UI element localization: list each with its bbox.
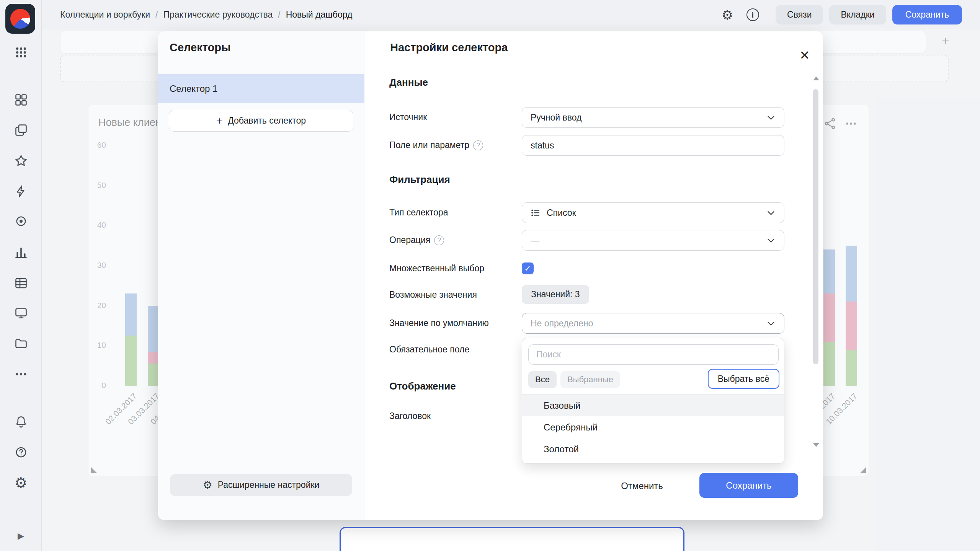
selector-dialog: Селекторы Селектор 1 + Добавить селектор… <box>158 31 823 520</box>
check-icon: ✓ <box>524 264 531 274</box>
operation-select[interactable]: — <box>522 230 784 251</box>
screen: ⚙ ▶ Коллекции и воркбуки / Практические … <box>0 0 980 551</box>
multichoice-label: Множественный выбор <box>389 263 484 274</box>
selector-type-value: Список <box>547 208 576 218</box>
breadcrumb-collections[interactable]: Коллекции и воркбуки <box>60 10 150 20</box>
help-icon[interactable] <box>0 444 42 461</box>
source-label-text: Источник <box>389 112 427 122</box>
required-field-label-text: Обязательное поле <box>389 344 469 355</box>
scrollbar-down-icon[interactable] <box>813 443 819 447</box>
default-value-select[interactable]: Не определено <box>522 313 784 334</box>
table-icon[interactable] <box>0 275 42 292</box>
breadcrumb-current-dashboard: Новый дашборд <box>286 10 353 20</box>
question-icon[interactable]: ? <box>473 140 483 150</box>
more-ellipsis-icon[interactable] <box>0 366 42 383</box>
tab-selected[interactable]: Выбранные <box>560 371 620 388</box>
topbar: Коллекции и воркбуки / Практические руко… <box>42 0 980 29</box>
grid-icon[interactable] <box>0 91 42 108</box>
header-save-button[interactable]: Сохранить <box>892 5 962 24</box>
section-heading-filtering: Фильтрация <box>389 174 450 186</box>
bar-chart-icon[interactable] <box>0 244 42 261</box>
datalens-logo-icon <box>10 9 30 29</box>
apps-grid-icon[interactable] <box>0 44 42 61</box>
title-field-label: Заголовок <box>389 411 431 421</box>
multichoice-checkbox[interactable]: ✓ <box>522 262 534 274</box>
breadcrumb-guides[interactable]: Практические руководства <box>163 10 273 20</box>
layers-icon[interactable] <box>0 122 42 139</box>
source-select[interactable]: Ручной ввод <box>522 107 784 128</box>
popup-filter-tabs: Все Выбранные <box>528 370 620 389</box>
dialog-save-button[interactable]: Сохранить <box>699 473 798 498</box>
relations-button[interactable]: Связи <box>776 5 823 24</box>
chevron-down-icon <box>766 236 776 245</box>
gear-icon: ⚙ <box>203 480 212 491</box>
select-all-button[interactable]: Выбрать всё <box>708 369 779 389</box>
field-label: Поле или параметр ? <box>389 140 483 150</box>
folder-icon[interactable] <box>0 335 42 352</box>
chevron-down-icon <box>766 319 776 328</box>
settings-pane-title: Настройки селектора <box>390 41 508 54</box>
plus-icon: + <box>216 116 222 126</box>
breadcrumb-separator: / <box>155 10 158 20</box>
star-icon[interactable] <box>0 152 42 169</box>
selector-type-label-text: Тип селектора <box>389 207 448 218</box>
add-selector-button[interactable]: + Добавить селектор <box>169 110 353 132</box>
expand-sidebar-icon[interactable]: ▶ <box>0 528 42 544</box>
search-input[interactable] <box>528 344 779 365</box>
selectors-list-pane: Селекторы Селектор 1 + Добавить селектор… <box>158 31 364 520</box>
close-icon[interactable]: ✕ <box>797 47 812 63</box>
option-item[interactable]: Золотой <box>522 438 784 460</box>
question-icon[interactable]: ? <box>434 235 444 245</box>
selector-drop-target <box>340 527 684 551</box>
popup-options-list: Базовый Серебряный Золотой <box>522 395 784 460</box>
selector-type-label: Тип селектора <box>389 207 448 218</box>
selector-type-select[interactable]: Список <box>522 202 784 223</box>
possible-values-label: Возможные значения <box>389 290 477 300</box>
bell-icon[interactable] <box>0 413 42 430</box>
tabs-button[interactable]: Вкладки <box>829 5 886 24</box>
required-field-label: Обязательное поле <box>389 344 469 355</box>
tab-all[interactable]: Все <box>528 371 557 388</box>
advanced-settings-label: Расширенные настройки <box>218 480 320 490</box>
chevron-down-icon <box>766 208 776 217</box>
app-logo[interactable] <box>5 4 35 34</box>
settings-gear-icon[interactable]: ⚙ <box>0 474 42 491</box>
source-select-value: Ручной ввод <box>531 112 581 123</box>
scrollbar-up-icon[interactable] <box>813 77 819 80</box>
operation-label-text: Операция <box>389 235 430 245</box>
default-value-label-text: Значение по умолчанию <box>389 318 489 328</box>
selectors-pane-title: Селекторы <box>170 41 231 54</box>
breadcrumb-separator: / <box>278 10 280 20</box>
cancel-button[interactable]: Отменить <box>606 474 678 497</box>
section-heading-data: Данные <box>389 77 428 88</box>
ring-icon[interactable] <box>0 213 42 230</box>
section-heading-display: Отображение <box>389 380 456 392</box>
add-selector-label: Добавить селектор <box>228 116 306 126</box>
dashboard-settings-gear-icon[interactable]: ⚙ <box>719 7 736 23</box>
default-value-dropdown: Все Выбранные Выбрать всё Базовый Серебр… <box>522 338 784 464</box>
values-count-badge[interactable]: Значений: 3 <box>522 285 589 304</box>
field-input[interactable] <box>522 135 784 156</box>
operation-value: — <box>531 235 539 246</box>
source-label: Источник <box>389 112 427 122</box>
title-field-label-text: Заголовок <box>389 411 431 421</box>
field-label-text: Поле или параметр <box>389 140 469 150</box>
advanced-settings-button[interactable]: ⚙ Расширенные настройки <box>170 474 352 496</box>
bolt-icon[interactable] <box>0 183 42 200</box>
default-value-label: Значение по умолчанию <box>389 318 489 328</box>
scrollbar-thumb[interactable] <box>813 89 818 364</box>
multichoice-label-text: Множественный выбор <box>389 263 484 274</box>
option-item[interactable]: Базовый <box>522 395 784 416</box>
breadcrumb: Коллекции и воркбуки / Практические руко… <box>60 10 352 20</box>
default-value-placeholder: Не определено <box>531 318 593 329</box>
selector-list-item[interactable]: Селектор 1 <box>158 74 364 103</box>
sidebar: ⚙ ▶ <box>0 0 42 551</box>
selector-settings-pane: Настройки селектора ✕ Данные Источник Ру… <box>364 31 823 520</box>
chevron-down-icon <box>766 113 776 122</box>
operation-label: Операция ? <box>389 235 444 245</box>
list-type-icon <box>531 208 541 218</box>
possible-values-label-text: Возможные значения <box>389 290 477 300</box>
option-item[interactable]: Серебряный <box>522 416 784 438</box>
info-icon[interactable]: i <box>744 7 761 23</box>
monitor-icon[interactable] <box>0 305 42 321</box>
